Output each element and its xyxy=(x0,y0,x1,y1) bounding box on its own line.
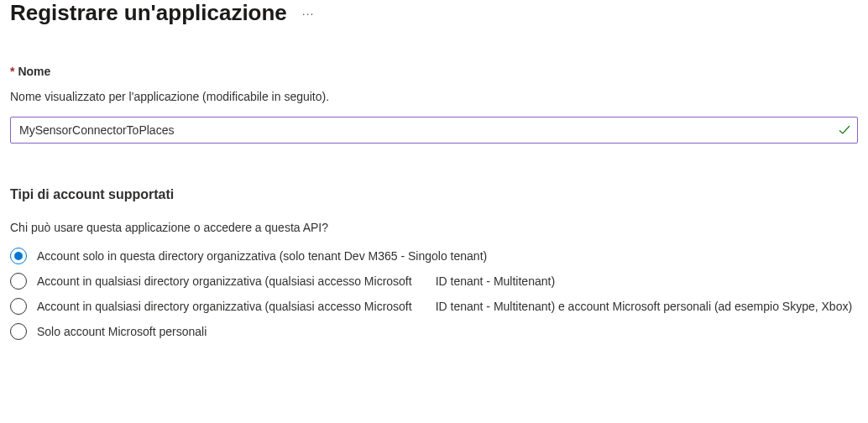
radio-label: Account in qualsiasi directory organizza… xyxy=(37,298,852,315)
radio-option-single-tenant[interactable]: Account solo in questa directory organiz… xyxy=(10,248,858,264)
checkmark-icon xyxy=(838,123,851,137)
radio-label-part: Account in qualsiasi directory organizza… xyxy=(37,274,412,288)
radio-label: Solo account Microsoft personali xyxy=(37,323,207,340)
radio-button[interactable] xyxy=(10,298,27,315)
radio-button[interactable] xyxy=(10,248,27,264)
radio-option-multitenant[interactable]: Account in qualsiasi directory organizza… xyxy=(10,273,858,290)
page-header: Registrare un'applicazione ··· xyxy=(10,0,858,26)
account-types-question: Chi può usare questa applicazione o acce… xyxy=(10,221,858,234)
radio-label: Account in qualsiasi directory organizza… xyxy=(37,273,555,290)
radio-option-multitenant-personal[interactable]: Account in qualsiasi directory organizza… xyxy=(10,298,858,315)
more-icon[interactable]: ··· xyxy=(302,7,315,20)
radio-label-part: ID tenant - Multitenant) e account Micro… xyxy=(436,300,852,313)
name-input-wrapper xyxy=(10,117,858,144)
account-types-title: Tipi di account supportati xyxy=(10,187,858,202)
page-title: Registrare un'applicazione xyxy=(10,0,287,26)
name-label-text: Nome xyxy=(18,65,50,78)
name-field-label: *Nome xyxy=(10,65,858,78)
radio-label-part: Account in qualsiasi directory organizza… xyxy=(37,300,412,313)
radio-selected-dot xyxy=(14,252,23,260)
required-indicator: * xyxy=(10,65,14,78)
name-field-description: Nome visualizzato per l'applicazione (mo… xyxy=(10,90,858,103)
radio-label: Account solo in questa directory organiz… xyxy=(37,248,487,264)
radio-option-personal-only[interactable]: Solo account Microsoft personali xyxy=(10,323,858,340)
name-input[interactable] xyxy=(10,117,858,144)
radio-button[interactable] xyxy=(10,323,27,340)
radio-label-part: ID tenant - Multitenant) xyxy=(436,274,555,288)
account-types-radio-group: Account solo in questa directory organiz… xyxy=(10,248,858,340)
radio-button[interactable] xyxy=(10,273,27,290)
